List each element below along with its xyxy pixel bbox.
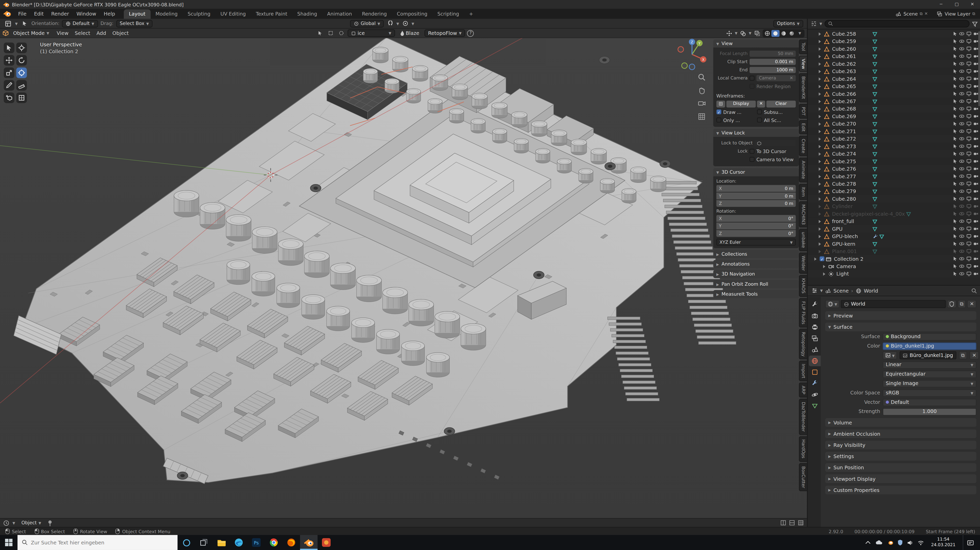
workspace-tab-animation[interactable]: Animation <box>322 10 357 19</box>
sidebar-tab-unbake[interactable]: unbake <box>799 229 807 251</box>
sidebar-tab-hardops[interactable]: HardOps <box>799 436 807 462</box>
cursor-rotation-field[interactable]: Z0° <box>716 230 796 237</box>
expand-icon[interactable] <box>817 218 822 224</box>
disable-render-icon[interactable] <box>973 76 978 81</box>
select-box-mode-icon[interactable] <box>326 29 335 37</box>
outliner-row-cube-273[interactable]: Cube.273 <box>808 143 980 150</box>
hide-eye-icon[interactable] <box>959 46 964 51</box>
disable-viewport-icon[interactable] <box>966 99 971 104</box>
viewport-menu-select[interactable]: Select <box>72 30 93 36</box>
object-name[interactable]: Cube.276 <box>831 166 871 172</box>
expand-icon[interactable] <box>817 158 822 164</box>
outliner-row-plane-001[interactable]: Plane.001 <box>808 248 980 255</box>
disable-render-icon[interactable] <box>973 166 978 172</box>
disable-render-icon[interactable] <box>973 264 978 269</box>
selectable-icon[interactable] <box>952 106 958 111</box>
object-name[interactable]: Cube.268 <box>831 106 871 111</box>
outliner-row-cube-279[interactable]: Cube.279 <box>808 188 980 195</box>
workspace-tab-sculpting[interactable]: Sculpting <box>183 10 215 19</box>
tweak-mode-icon[interactable] <box>316 29 325 37</box>
selectable-icon[interactable] <box>952 256 958 262</box>
disable-viewport-icon[interactable] <box>966 121 971 127</box>
disable-render-icon[interactable] <box>973 68 978 74</box>
shading-wireframe-icon[interactable] <box>763 30 772 37</box>
outliner-mode-dropdown[interactable]: ▼ <box>819 22 822 26</box>
taskbar-clock[interactable]: 11:54 24.03.2021 <box>928 537 958 548</box>
selectable-icon[interactable] <box>952 68 958 74</box>
tray-expand-icon[interactable] <box>865 540 871 544</box>
move-tool[interactable] <box>4 55 14 66</box>
cursor-location-field[interactable]: X0 m <box>716 185 796 192</box>
disable-viewport-icon[interactable] <box>966 166 971 172</box>
disable-render-icon[interactable] <box>973 106 978 111</box>
outliner-row-gpu-blech[interactable]: GPU-blech <box>808 232 980 240</box>
expand-icon[interactable] <box>817 68 822 74</box>
expand-icon[interactable] <box>817 61 822 67</box>
outliner-row-cube-275[interactable]: Cube.275 <box>808 157 980 165</box>
sidebar-tab-retopology[interactable]: Retopology <box>799 329 807 359</box>
pin-icon[interactable] <box>48 520 52 526</box>
disable-viewport-icon[interactable] <box>966 136 971 141</box>
image-unlink-icon[interactable]: ✕ <box>970 351 979 359</box>
disable-render-icon[interactable] <box>973 121 978 127</box>
object-name[interactable]: Collection 2 <box>832 256 872 262</box>
outliner-row-cube-266[interactable]: Cube.266 <box>808 90 980 97</box>
scene-new-icon[interactable]: ⧉ <box>920 11 923 16</box>
properties-tab-tool[interactable] <box>809 299 821 310</box>
disable-render-icon[interactable] <box>973 143 978 149</box>
object-name[interactable]: Cube.259 <box>831 38 871 44</box>
hide-eye-icon[interactable] <box>959 158 964 164</box>
wireframe-icon-button[interactable] <box>716 100 725 107</box>
workspace-tab-modeling[interactable]: Modeling <box>151 10 183 19</box>
vector-button[interactable]: Default <box>883 399 977 406</box>
view-layer-selector[interactable]: View Layer <box>945 11 970 17</box>
3d-cursor-panel-header[interactable]: ▼3D Cursor <box>713 168 799 176</box>
object-name[interactable]: Cube.261 <box>831 54 871 59</box>
gizmo-dropdown[interactable]: ▼ <box>735 31 737 35</box>
object-name[interactable]: Cube.265 <box>831 84 871 89</box>
expand-icon[interactable] <box>817 248 822 254</box>
object-name[interactable]: GPU-blech <box>831 234 871 239</box>
hide-eye-icon[interactable] <box>959 121 964 127</box>
outliner-row-cube-259[interactable]: Cube.259 <box>808 37 980 45</box>
taskbar-search-input[interactable] <box>31 540 173 545</box>
hide-eye-icon[interactable] <box>959 241 964 246</box>
perspective-toggle-icon[interactable] <box>698 113 706 121</box>
workspace-tab-layout[interactable]: Layout <box>124 10 150 19</box>
cursor-tool[interactable] <box>16 43 27 53</box>
outliner-row-deckel-gigapixel-scale-4-00x[interactable]: Deckel-gigapixel-scale-4_00x <box>808 210 980 218</box>
expand-icon[interactable] <box>817 54 822 59</box>
disable-render-icon[interactable] <box>973 188 978 194</box>
object-name[interactable]: front_full <box>831 218 871 224</box>
disable-render-icon[interactable] <box>973 54 978 59</box>
annotate-tool[interactable] <box>4 80 14 91</box>
transform-tool[interactable] <box>16 67 27 78</box>
selectable-icon[interactable] <box>952 188 958 194</box>
expand-icon[interactable] <box>821 264 827 269</box>
onedrive-icon[interactable] <box>875 540 883 545</box>
outliner-row-cube-276[interactable]: Cube.276 <box>808 165 980 172</box>
local-camera-field[interactable]: Camera✕ <box>756 75 796 81</box>
disable-viewport-icon[interactable] <box>966 248 971 254</box>
unlink-icon[interactable]: ✕ <box>967 300 977 308</box>
selectable-icon[interactable] <box>952 226 958 232</box>
hide-eye-icon[interactable] <box>959 113 964 119</box>
panel-header-preview[interactable]: ▶Preview <box>825 311 977 320</box>
object-name[interactable]: GPU <box>831 226 871 232</box>
hide-eye-icon[interactable] <box>959 76 964 81</box>
selectable-icon[interactable] <box>952 99 958 104</box>
edge-icon[interactable] <box>230 535 248 550</box>
add-workspace-button[interactable]: + <box>464 10 478 19</box>
selectable-icon[interactable] <box>952 196 958 202</box>
color-input-button[interactable]: Büro_dunkel1.jpg <box>883 342 977 350</box>
hide-eye-icon[interactable] <box>959 106 964 111</box>
disable-render-icon[interactable] <box>973 61 978 67</box>
camera-to-view-checkbox[interactable] <box>749 157 755 162</box>
properties-tab-view-layer[interactable] <box>809 333 821 344</box>
hide-eye-icon[interactable] <box>959 173 964 179</box>
selectable-icon[interactable] <box>952 166 958 172</box>
disable-viewport-icon[interactable] <box>966 46 971 51</box>
panel-header-settings[interactable]: ▶Settings <box>825 452 977 461</box>
expand-icon[interactable] <box>817 166 822 172</box>
disable-viewport-icon[interactable] <box>966 264 971 269</box>
